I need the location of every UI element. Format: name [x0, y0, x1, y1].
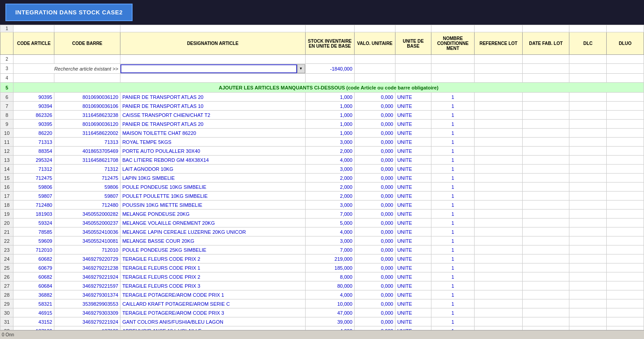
- cell-datefab[interactable]: [523, 210, 569, 219]
- cell-nombre[interactable]: 1: [431, 201, 475, 210]
- cell-dlc[interactable]: [569, 263, 607, 272]
- integration-button[interactable]: INTEGRATION DANS STOCK CASE2: [5, 4, 133, 21]
- cell-datefab[interactable]: [523, 147, 569, 156]
- cell-dluo[interactable]: [607, 254, 644, 263]
- cell-barre[interactable]: 8010690036120: [54, 120, 120, 129]
- cell-nombre[interactable]: 1: [431, 129, 475, 138]
- cell-barre[interactable]: 3116458621708: [54, 156, 120, 165]
- cell-barre[interactable]: 3116458623238: [54, 111, 120, 120]
- cell-nombre[interactable]: 1: [431, 227, 475, 236]
- cell-nombre[interactable]: 1: [431, 183, 475, 192]
- cell-dlc[interactable]: [569, 93, 607, 102]
- cell-designation[interactable]: MELANGE PONDEUSE 20KG: [120, 210, 305, 219]
- cell-article[interactable]: 86220: [13, 129, 54, 138]
- cell-designation[interactable]: ROYAL TEMPE 5KGS: [120, 138, 305, 147]
- cell-barre[interactable]: 71312: [54, 165, 120, 174]
- cell-nombre[interactable]: 1: [431, 219, 475, 227]
- cell-dlc[interactable]: [569, 236, 607, 245]
- cell-dlc[interactable]: [569, 281, 607, 290]
- cell-datefab[interactable]: [523, 219, 569, 227]
- cell-designation[interactable]: PANIER DE TRANSPORT ATLAS 20: [120, 93, 305, 102]
- cell-article[interactable]: 862326: [13, 111, 54, 120]
- cell-article[interactable]: 88354: [13, 147, 54, 156]
- cell-reflot[interactable]: [475, 183, 523, 192]
- cell-designation[interactable]: TERAGILE FLEURS CODE PRIX 2: [120, 254, 305, 263]
- cell-dluo[interactable]: [607, 272, 644, 281]
- cell-barre[interactable]: 3450552410036: [54, 227, 120, 236]
- cell-dluo[interactable]: [607, 111, 644, 120]
- cell-barre[interactable]: 3539829903553: [54, 299, 120, 308]
- cell-dlc[interactable]: [569, 156, 607, 165]
- cell-barre[interactable]: 59807: [54, 192, 120, 201]
- cell-reflot[interactable]: [475, 299, 523, 308]
- cell-designation[interactable]: CAILLARD KRAFT POTAGERE/AROM SERIE C: [120, 299, 305, 308]
- cell-datefab[interactable]: [523, 236, 569, 245]
- cell-article[interactable]: 90395: [13, 120, 54, 129]
- cell-article[interactable]: 90395: [13, 93, 54, 102]
- cell-dluo[interactable]: [607, 308, 644, 317]
- cell-designation[interactable]: TERAGILE POTAGERE/AROM CODE PRIX 3: [120, 308, 305, 317]
- cell-designation[interactable]: POUSSIN 10KG MIETTE SIMBELIE: [120, 201, 305, 210]
- cell-dlc[interactable]: [569, 174, 607, 183]
- cell-designation[interactable]: PANIER DE TRANSPORT ATLAS 20: [120, 120, 305, 129]
- cell-designation[interactable]: GANT COLORS ANIS/FUSHIA/BLEU LAGON: [120, 317, 305, 326]
- cell-dlc[interactable]: [569, 138, 607, 147]
- cell-datefab[interactable]: [523, 201, 569, 210]
- cell-reflot[interactable]: [475, 290, 523, 299]
- cell-reflot[interactable]: [475, 165, 523, 174]
- cell-nombre[interactable]: 1: [431, 290, 475, 299]
- cell-nombre[interactable]: 1: [431, 272, 475, 281]
- cell-designation[interactable]: TERAGILE FLEURS CODE PRIX 1: [120, 263, 305, 272]
- cell-article[interactable]: 60679: [13, 263, 54, 272]
- cell-barre[interactable]: 8010690036120: [54, 93, 120, 102]
- cell-dluo[interactable]: [607, 236, 644, 245]
- cell-dlc[interactable]: [569, 254, 607, 263]
- cell-barre[interactable]: 3469279301374: [54, 290, 120, 299]
- cell-datefab[interactable]: [523, 120, 569, 129]
- cell-dlc[interactable]: [569, 147, 607, 156]
- cell-nombre[interactable]: 1: [431, 245, 475, 254]
- cell-article[interactable]: 78585: [13, 227, 54, 236]
- cell-dluo[interactable]: [607, 317, 644, 326]
- cell-barre[interactable]: 3469279220729: [54, 254, 120, 263]
- cell-datefab[interactable]: [523, 93, 569, 102]
- cell-designation[interactable]: MELANGE LAPIN CEREALE LUZERNE 20KG UNICO…: [120, 227, 305, 236]
- cell-nombre[interactable]: 1: [431, 102, 475, 111]
- cell-barre[interactable]: 71313: [54, 138, 120, 147]
- cell-nombre[interactable]: 1: [431, 263, 475, 272]
- cell-reflot[interactable]: [475, 192, 523, 201]
- cell-designation[interactable]: MELANGE BASSE COUR 20KG: [120, 236, 305, 245]
- cell-dluo[interactable]: [607, 129, 644, 138]
- cell-reflot[interactable]: [475, 219, 523, 227]
- cell-datefab[interactable]: [523, 183, 569, 192]
- cell-article[interactable]: 59807: [13, 192, 54, 201]
- search-input-cell[interactable]: ▼: [120, 64, 305, 74]
- cell-article[interactable]: 59324: [13, 219, 54, 227]
- cell-datefab[interactable]: [523, 102, 569, 111]
- cell-dluo[interactable]: [607, 138, 644, 147]
- cell-dluo[interactable]: [607, 174, 644, 183]
- cell-datefab[interactable]: [523, 138, 569, 147]
- cell-barre[interactable]: 3469279221924: [54, 317, 120, 326]
- cell-designation[interactable]: CAISSE TRANSPORT CHIEN/CHAT T2: [120, 111, 305, 120]
- search-dropdown-btn[interactable]: ▼: [297, 64, 305, 73]
- cell-dlc[interactable]: [569, 129, 607, 138]
- cell-dluo[interactable]: [607, 156, 644, 165]
- cell-article[interactable]: 59806: [13, 183, 54, 192]
- cell-barre[interactable]: 3469279221924: [54, 272, 120, 281]
- cell-dlc[interactable]: [569, 192, 607, 201]
- cell-dlc[interactable]: [569, 183, 607, 192]
- cell-reflot[interactable]: [475, 129, 523, 138]
- cell-dlc[interactable]: [569, 120, 607, 129]
- cell-datefab[interactable]: [523, 111, 569, 120]
- cell-nombre[interactable]: 1: [431, 111, 475, 120]
- cell-datefab[interactable]: [523, 308, 569, 317]
- cell-nombre[interactable]: 1: [431, 281, 475, 290]
- cell-article[interactable]: 712480: [13, 201, 54, 210]
- cell-designation[interactable]: TERAGILE FLEURS CODE PRIX 3: [120, 281, 305, 290]
- cell-designation[interactable]: MELANGE VOLAILLE ORNEMENT 20KG: [120, 219, 305, 227]
- cell-dlc[interactable]: [569, 299, 607, 308]
- cell-datefab[interactable]: [523, 254, 569, 263]
- cell-designation[interactable]: LAPIN 10KG SIMBELIE: [120, 174, 305, 183]
- cell-reflot[interactable]: [475, 210, 523, 219]
